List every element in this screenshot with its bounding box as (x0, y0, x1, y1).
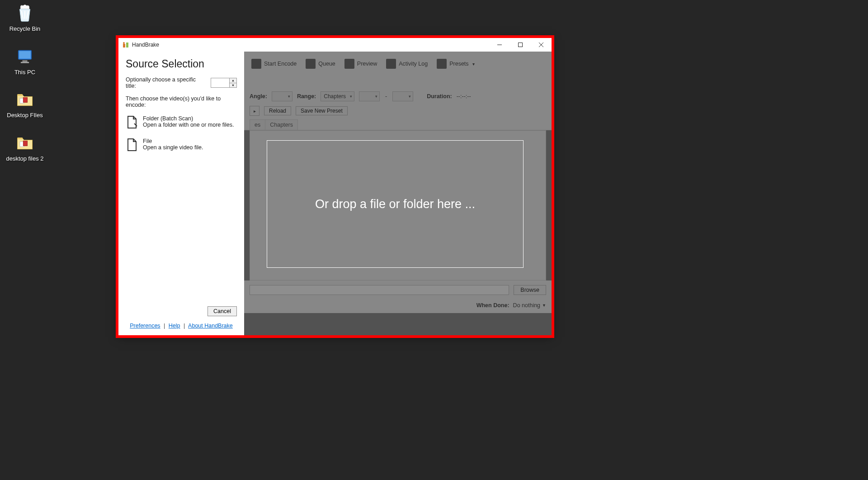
start-encode-label: Start Encode (264, 61, 297, 67)
when-done-label: When Done: (476, 302, 509, 309)
source-selection-heading: Source Selection (126, 58, 237, 70)
source-option-folder[interactable]: Folder (Batch Scan) Open a folder with o… (126, 114, 237, 131)
desktop-item-label: Recycle Bin (9, 25, 41, 33)
preset-expander[interactable]: ▸ (250, 106, 259, 116)
source-option-subtitle: Open a folder with one or more files. (143, 122, 234, 128)
main-pane: Start Encode Queue Preview Activity Log … (244, 52, 552, 335)
spinner-down-button[interactable]: ▼ (230, 83, 236, 88)
when-done-row: When Done: Do nothing ▼ (244, 299, 552, 313)
start-encode-button[interactable]: Start Encode (248, 57, 300, 71)
activity-log-button[interactable]: Activity Log (382, 57, 431, 71)
duration-label: Duration: (427, 93, 452, 100)
help-link[interactable]: Help (169, 323, 180, 329)
presets-icon (437, 59, 447, 69)
svg-rect-7 (23, 141, 27, 146)
angle-combo[interactable] (272, 91, 292, 101)
desktop-icons: Recycle Bin This PC Desktop FIles (0, 2, 50, 175)
title-angle-row: Angle: Range: Chapters - Duration: --:--… (244, 89, 552, 104)
range-start-combo[interactable] (359, 91, 380, 101)
spinner-up-button[interactable]: ▲ (230, 78, 236, 83)
tab-chapters[interactable]: Chapters (265, 119, 298, 130)
angle-label: Angle: (250, 93, 267, 100)
activity-log-icon (386, 59, 396, 69)
desktop-item-this-pc[interactable]: This PC (2, 45, 47, 76)
queue-icon (306, 59, 316, 69)
footer-links: Preferences | Help | About HandBrake (126, 323, 237, 331)
source-option-title: Folder (Batch Scan) (143, 115, 234, 122)
toolbar: Start Encode Queue Preview Activity Log … (244, 52, 552, 76)
folder-scan-icon (127, 115, 137, 129)
preset-row: ▸ Reload Save New Preset (244, 104, 552, 119)
tab-partial[interactable]: es (250, 119, 265, 130)
preview-button[interactable]: Preview (341, 57, 381, 71)
desktop-item-recycle-bin[interactable]: Recycle Bin (2, 2, 47, 33)
titlebar: HandBrake (118, 38, 552, 52)
source-option-file[interactable]: File Open a single video file. (126, 136, 237, 153)
output-row: Browse (244, 280, 552, 299)
chevron-down-icon: ▼ (542, 303, 546, 308)
title-select-label: Optionally choose a specific title: (126, 76, 206, 89)
window-title: HandBrake (132, 42, 159, 48)
presets-label: Presets (449, 61, 468, 67)
queue-button[interactable]: Queue (302, 57, 339, 71)
folder-icon (14, 88, 36, 110)
content-area (250, 130, 546, 280)
svg-rect-2 (23, 60, 28, 62)
play-icon (251, 59, 261, 69)
maximize-button[interactable] (510, 38, 531, 52)
browse-button[interactable]: Browse (514, 285, 546, 295)
close-button[interactable] (531, 38, 552, 52)
queue-label: Queue (318, 61, 335, 67)
preview-icon (344, 59, 354, 69)
activity-log-label: Activity Log (399, 61, 428, 67)
range-label: Range: (297, 93, 316, 100)
svg-rect-8 (123, 44, 125, 48)
svg-rect-12 (519, 43, 523, 47)
preview-label: Preview (357, 61, 377, 67)
recycle-bin-icon (14, 2, 36, 24)
title-spinner-input[interactable] (211, 78, 229, 87)
svg-rect-3 (21, 62, 29, 63)
when-done-combo[interactable]: Do nothing ▼ (513, 302, 546, 309)
source-selection-panel: Source Selection Optionally choose a spe… (118, 52, 244, 335)
desktop-item-label: desktop files 2 (6, 155, 43, 162)
source-instruction: Then choose the video(s) you'd like to e… (126, 95, 237, 108)
desktop-item-label: Desktop FIles (7, 112, 42, 119)
presets-button[interactable]: Presets (433, 57, 478, 71)
range-end-combo[interactable] (392, 91, 413, 101)
range-type-combo[interactable]: Chapters (321, 91, 354, 101)
duration-value: --:--:-- (457, 93, 471, 100)
desktop-item-desktop-files[interactable]: Desktop FIles (2, 88, 47, 119)
preferences-link[interactable]: Preferences (130, 323, 160, 329)
about-link[interactable]: About HandBrake (188, 323, 233, 329)
svg-rect-9 (126, 43, 128, 48)
reload-button[interactable]: Reload (264, 106, 291, 115)
source-option-subtitle: Open a single video file. (143, 144, 203, 151)
output-path-input[interactable] (250, 285, 509, 295)
title-spinner[interactable]: ▲ ▼ (211, 78, 237, 88)
svg-rect-5 (23, 98, 27, 103)
desktop-item-label: This PC (14, 69, 35, 76)
svg-point-10 (123, 42, 125, 44)
source-option-title: File (143, 138, 203, 144)
handbrake-icon (122, 41, 129, 48)
tabs-row: es Chapters (244, 119, 552, 130)
desktop-item-desktop-files-2[interactable]: desktop files 2 (2, 132, 47, 162)
file-icon (127, 138, 137, 152)
svg-rect-1 (19, 51, 31, 59)
minimize-button[interactable] (489, 38, 510, 52)
this-pc-icon (14, 45, 36, 67)
cancel-button[interactable]: Cancel (208, 306, 237, 316)
save-preset-button[interactable]: Save New Preset (296, 106, 348, 115)
folder-icon (14, 132, 36, 153)
app-window: HandBrake Source Selection Optionally ch… (118, 38, 552, 335)
